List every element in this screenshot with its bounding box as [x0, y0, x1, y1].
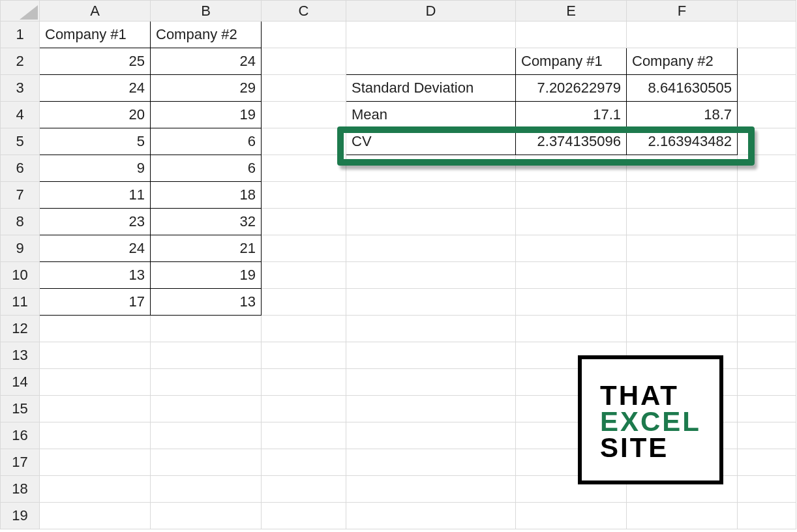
cell-B4[interactable]: 19 — [151, 102, 262, 128]
row-header-1[interactable]: 1 — [1, 22, 40, 48]
cell-D12[interactable] — [346, 316, 516, 342]
cell-A13[interactable] — [40, 342, 151, 369]
select-all-corner[interactable] — [1, 1, 40, 22]
cell-A19[interactable] — [40, 503, 151, 529]
cell-B5[interactable]: 6 — [151, 128, 262, 155]
cell-G6[interactable] — [738, 155, 796, 182]
cell-D10[interactable] — [346, 262, 516, 289]
cell-G3[interactable] — [738, 75, 796, 102]
cell-G7[interactable] — [738, 182, 796, 209]
row-header-8[interactable]: 8 — [1, 209, 40, 235]
cell-G12[interactable] — [738, 316, 796, 342]
cell-G11[interactable] — [738, 289, 796, 316]
cell-E1[interactable] — [516, 22, 627, 48]
cell-G17[interactable] — [738, 449, 796, 476]
cell-A15[interactable] — [40, 396, 151, 422]
cell-A16[interactable] — [40, 422, 151, 449]
cell-E2[interactable]: Company #1 — [516, 48, 627, 75]
cell-C4[interactable] — [262, 102, 346, 128]
cell-C2[interactable] — [262, 48, 346, 75]
cell-D7[interactable] — [346, 182, 516, 209]
row-header-2[interactable]: 2 — [1, 48, 40, 75]
cell-E10[interactable] — [516, 262, 627, 289]
cell-D13[interactable] — [346, 342, 516, 369]
cell-G1[interactable] — [738, 22, 796, 48]
cell-A14[interactable] — [40, 369, 151, 396]
cell-F8[interactable] — [627, 209, 738, 235]
cell-A3[interactable]: 24 — [40, 75, 151, 102]
cell-D2[interactable] — [346, 48, 516, 75]
cell-D17[interactable] — [346, 449, 516, 476]
cell-C7[interactable] — [262, 182, 346, 209]
cell-C1[interactable] — [262, 22, 346, 48]
cell-A2[interactable]: 25 — [40, 48, 151, 75]
col-header-B[interactable]: B — [151, 1, 262, 22]
col-header-A[interactable]: A — [40, 1, 151, 22]
cell-B1[interactable]: Company #2 — [151, 22, 262, 48]
row-header-6[interactable]: 6 — [1, 155, 40, 182]
cell-G8[interactable] — [738, 209, 796, 235]
cell-D5[interactable]: CV — [346, 128, 516, 155]
cell-G4[interactable] — [738, 102, 796, 128]
cell-D9[interactable] — [346, 235, 516, 262]
cell-C19[interactable] — [262, 503, 346, 529]
cell-G2[interactable] — [738, 48, 796, 75]
cell-B16[interactable] — [151, 422, 262, 449]
cell-G5[interactable] — [738, 128, 796, 155]
row-header-9[interactable]: 9 — [1, 235, 40, 262]
cell-A5[interactable]: 5 — [40, 128, 151, 155]
cell-C18[interactable] — [262, 476, 346, 503]
cell-C8[interactable] — [262, 209, 346, 235]
cell-E4[interactable]: 17.1 — [516, 102, 627, 128]
cell-C14[interactable] — [262, 369, 346, 396]
cell-F2[interactable]: Company #2 — [627, 48, 738, 75]
cell-B17[interactable] — [151, 449, 262, 476]
cell-E19[interactable] — [516, 503, 627, 529]
cell-A1[interactable]: Company #1 — [40, 22, 151, 48]
row-header-4[interactable]: 4 — [1, 102, 40, 128]
cell-E11[interactable] — [516, 289, 627, 316]
cell-F10[interactable] — [627, 262, 738, 289]
cell-C11[interactable] — [262, 289, 346, 316]
cell-A17[interactable] — [40, 449, 151, 476]
cell-B19[interactable] — [151, 503, 262, 529]
cell-A7[interactable]: 11 — [40, 182, 151, 209]
cell-A8[interactable]: 23 — [40, 209, 151, 235]
cell-C9[interactable] — [262, 235, 346, 262]
row-header-17[interactable]: 17 — [1, 449, 40, 476]
cell-C16[interactable] — [262, 422, 346, 449]
cell-B12[interactable] — [151, 316, 262, 342]
cell-D4[interactable]: Mean — [346, 102, 516, 128]
col-header-F[interactable]: F — [627, 1, 738, 22]
cell-F11[interactable] — [627, 289, 738, 316]
row-header-7[interactable]: 7 — [1, 182, 40, 209]
cell-C3[interactable] — [262, 75, 346, 102]
cell-A10[interactable]: 13 — [40, 262, 151, 289]
row-header-18[interactable]: 18 — [1, 476, 40, 503]
cell-B18[interactable] — [151, 476, 262, 503]
cell-A6[interactable]: 9 — [40, 155, 151, 182]
row-header-3[interactable]: 3 — [1, 75, 40, 102]
cell-G19[interactable] — [738, 503, 796, 529]
cell-E3[interactable]: 7.202622979 — [516, 75, 627, 102]
cell-D3[interactable]: Standard Deviation — [346, 75, 516, 102]
cell-G15[interactable] — [738, 396, 796, 422]
cell-B15[interactable] — [151, 396, 262, 422]
cell-G13[interactable] — [738, 342, 796, 369]
row-header-11[interactable]: 11 — [1, 289, 40, 316]
cell-D6[interactable] — [346, 155, 516, 182]
cell-A18[interactable] — [40, 476, 151, 503]
cell-E9[interactable] — [516, 235, 627, 262]
cell-E12[interactable] — [516, 316, 627, 342]
cell-G16[interactable] — [738, 422, 796, 449]
cell-B8[interactable]: 32 — [151, 209, 262, 235]
cell-E8[interactable] — [516, 209, 627, 235]
cell-C15[interactable] — [262, 396, 346, 422]
cell-B10[interactable]: 19 — [151, 262, 262, 289]
cell-F19[interactable] — [627, 503, 738, 529]
cell-D15[interactable] — [346, 396, 516, 422]
cell-D14[interactable] — [346, 369, 516, 396]
cell-C5[interactable] — [262, 128, 346, 155]
cell-F12[interactable] — [627, 316, 738, 342]
cell-A11[interactable]: 17 — [40, 289, 151, 316]
